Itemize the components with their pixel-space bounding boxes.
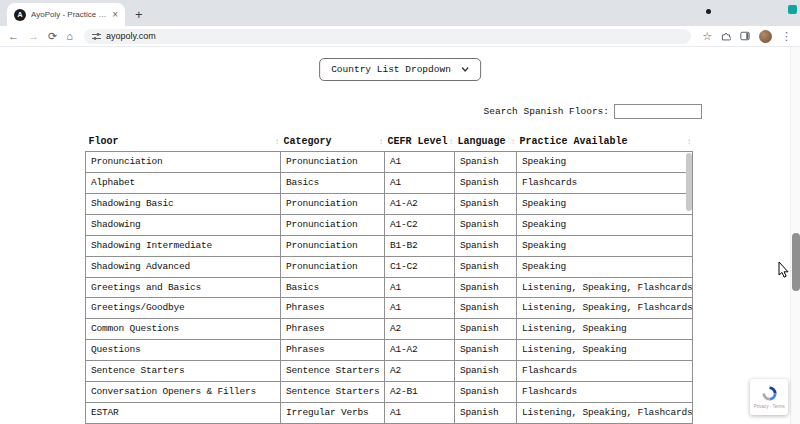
table-cell: Shadowing	[86, 214, 281, 235]
table-cell: Pronunciation	[281, 152, 385, 173]
table-cell: Pronunciation	[281, 193, 385, 214]
profile-avatar[interactable]	[759, 30, 772, 43]
search-row: Search Spanish Floors:	[484, 104, 702, 119]
country-list-dropdown[interactable]: Country List Dropdown	[319, 58, 481, 81]
table-cell: Shadowing Basic	[86, 193, 281, 214]
table-cell: Alphabet	[86, 172, 281, 193]
mouse-cursor	[778, 261, 790, 279]
table-row[interactable]: ESTARIrregular VerbsA1SpanishListening, …	[86, 403, 693, 424]
header-language[interactable]: Language ↕	[455, 131, 517, 152]
floors-table: Floor ↕ Category ↕ CEFR Level ↕ Langua	[85, 131, 692, 424]
sort-icon[interactable]: ↕	[379, 137, 384, 146]
table-cell: C1-C2	[385, 256, 455, 277]
table-row[interactable]: ShadowingPronunciationA1-C2SpanishSpeaki…	[86, 214, 693, 235]
table-row[interactable]: Shadowing AdvancedPronunciationC1-C2Span…	[86, 256, 693, 277]
sort-icon[interactable]: ↕	[275, 137, 280, 146]
table-cell: Listening, Speaking	[517, 340, 693, 361]
table-cell: ESTAR	[86, 403, 281, 424]
table-cell: Phrases	[281, 319, 385, 340]
table-cell: Spanish	[455, 403, 517, 424]
page-scrollbar[interactable]	[790, 47, 800, 424]
table-cell: Spanish	[455, 361, 517, 382]
site-settings-icon[interactable]	[92, 32, 101, 41]
side-panel-icon[interactable]	[740, 31, 750, 41]
header-practice-available[interactable]: Practice Available ↕	[517, 131, 693, 152]
table-cell: Sentence Starters	[281, 361, 385, 382]
table-cell: Basics	[281, 172, 385, 193]
table-cell: Phrases	[281, 298, 385, 319]
table-cell: Common Questions	[86, 319, 281, 340]
page-scrollbar-thumb[interactable]	[792, 233, 800, 291]
table-cell: A1	[385, 172, 455, 193]
table-cell: Basics	[281, 277, 385, 298]
window-control-icon[interactable]	[788, 5, 797, 14]
table-cell: Greetings/Goodbye	[86, 298, 281, 319]
table-cell: A2	[385, 319, 455, 340]
forward-icon[interactable]: →	[28, 31, 39, 42]
browser-menu-icon[interactable]: ⋮	[781, 31, 792, 42]
table-row[interactable]: Shadowing IntermediatePronunciationB1-B2…	[86, 235, 693, 256]
table-cell: Spanish	[455, 235, 517, 256]
table-row[interactable]: Greetings and BasicsBasicsA1SpanishListe…	[86, 277, 693, 298]
table-row[interactable]: Shadowing BasicPronunciationA1-A2Spanish…	[86, 193, 693, 214]
table-cell: Listening, Speaking, Flashcards	[517, 403, 693, 424]
recaptcha-badge[interactable]: Privacy - Terms	[750, 379, 788, 415]
search-label: Search Spanish Floors:	[484, 106, 609, 117]
sort-icon[interactable]: ↕	[449, 137, 454, 146]
table-cell: Spanish	[455, 152, 517, 173]
new-tab-button[interactable]: +	[135, 8, 143, 21]
header-cefr-level[interactable]: CEFR Level ↕	[385, 131, 455, 152]
table-cell: Flashcards	[517, 382, 693, 403]
table-cell: Speaking	[517, 193, 693, 214]
header-floor[interactable]: Floor ↕	[86, 131, 281, 152]
table-cell: Spanish	[455, 298, 517, 319]
dropdown-label: Country List Dropdown	[331, 64, 451, 75]
status-dot-icon	[706, 9, 711, 14]
table-row[interactable]: AlphabetBasicsA1SpanishFlashcards	[86, 172, 693, 193]
table-cell: Spanish	[455, 214, 517, 235]
table-cell: Greetings and Basics	[86, 277, 281, 298]
table-cell: Shadowing Intermediate	[86, 235, 281, 256]
table-cell: A1	[385, 298, 455, 319]
table-cell: Spanish	[455, 382, 517, 403]
table-cell: Pronunciation	[281, 256, 385, 277]
table-cell: Listening, Speaking, Flashcards	[517, 298, 693, 319]
table-scrollbar-thumb[interactable]	[686, 153, 692, 211]
extensions-puzzle-icon[interactable]	[721, 31, 731, 41]
reload-icon[interactable]: ⟳	[48, 31, 57, 42]
browser-window: A AyoPoly - Practice language le × + ← →…	[0, 0, 800, 424]
table-cell: Flashcards	[517, 361, 693, 382]
back-icon[interactable]: ←	[8, 31, 19, 42]
browser-tab[interactable]: A AyoPoly - Practice language le ×	[7, 3, 125, 26]
table-row[interactable]: Greetings/GoodbyePhrasesA1SpanishListeni…	[86, 298, 693, 319]
table-cell: Shadowing Advanced	[86, 256, 281, 277]
floors-table-body: PronunciationPronunciationA1SpanishSpeak…	[86, 152, 693, 424]
table-row[interactable]: Common QuestionsPhrasesA2SpanishListenin…	[86, 319, 693, 340]
table-row[interactable]: QuestionsPhrasesA1-A2SpanishListening, S…	[86, 340, 693, 361]
sort-icon[interactable]: ↕	[511, 137, 516, 146]
table-scrollbar[interactable]	[686, 153, 692, 423]
table-cell: Spanish	[455, 340, 517, 361]
table-cell: A1	[385, 403, 455, 424]
home-icon[interactable]: ⌂	[66, 31, 73, 42]
table-cell: Speaking	[517, 214, 693, 235]
table-cell: Conversation Openers & Fillers	[86, 382, 281, 403]
search-input[interactable]	[614, 104, 702, 119]
table-cell: Sentence Starters	[281, 382, 385, 403]
table-cell: Pronunciation	[281, 214, 385, 235]
table-cell: A2	[385, 361, 455, 382]
table-cell: Spanish	[455, 172, 517, 193]
recaptcha-privacy-terms[interactable]: Privacy - Terms	[754, 403, 785, 408]
table-row[interactable]: Sentence StartersSentence StartersA2Span…	[86, 361, 693, 382]
address-bar[interactable]: ayopoly.com	[84, 29, 691, 44]
bookmark-star-icon[interactable]: ☆	[702, 31, 712, 42]
table-cell: Spanish	[455, 277, 517, 298]
url-text[interactable]: ayopoly.com	[106, 32, 156, 41]
table-cell: Speaking	[517, 152, 693, 173]
header-category[interactable]: Category ↕	[281, 131, 385, 152]
tab-close-icon[interactable]: ×	[112, 10, 118, 20]
table-cell: A1	[385, 277, 455, 298]
sort-icon[interactable]: ↕	[687, 137, 692, 146]
table-row[interactable]: PronunciationPronunciationA1SpanishSpeak…	[86, 152, 693, 173]
table-row[interactable]: Conversation Openers & FillersSentence S…	[86, 382, 693, 403]
